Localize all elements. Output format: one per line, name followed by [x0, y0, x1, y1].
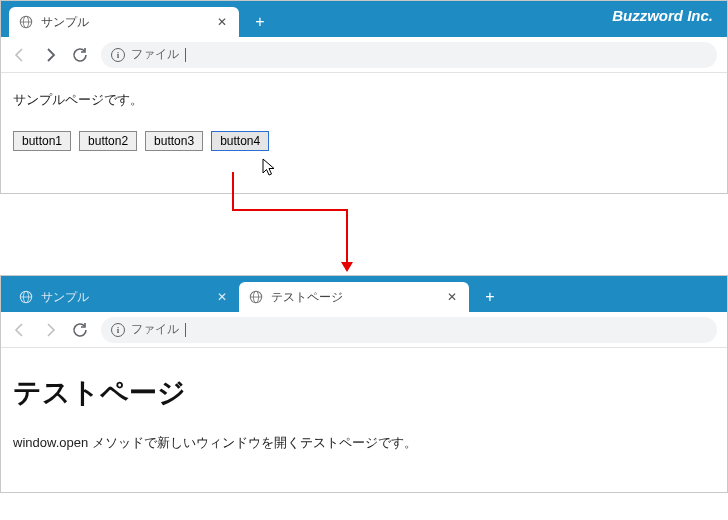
tab-sample[interactable]: サンプル ✕ — [9, 7, 239, 37]
page-content: テストページ window.open メソッドで新しいウィンドウを開くテストペー… — [1, 348, 727, 492]
page-content: サンプルページです。 button1 button2 button3 butto… — [1, 73, 727, 193]
globe-icon — [19, 290, 33, 304]
tab-sample[interactable]: サンプル ✕ — [9, 282, 239, 312]
page-intro: サンプルページです。 — [13, 91, 715, 109]
close-icon[interactable]: ✕ — [215, 290, 229, 304]
address-bar[interactable]: i ファイル — [101, 317, 717, 343]
toolbar: i ファイル — [1, 312, 727, 348]
text-cursor — [185, 48, 186, 62]
text-cursor — [185, 323, 186, 337]
toolbar: i ファイル — [1, 37, 727, 73]
address-bar[interactable]: i ファイル — [101, 42, 717, 68]
back-button[interactable] — [11, 321, 29, 339]
browser-window-top: サンプル ✕ + Buzzword Inc. i ファイル サンプルページです。… — [0, 0, 728, 194]
info-icon: i — [111, 48, 125, 62]
page-body: window.open メソッドで新しいウィンドウを開くテストページです。 — [13, 434, 715, 452]
reload-button[interactable] — [71, 321, 89, 339]
button-4[interactable]: button4 — [211, 131, 269, 151]
globe-icon — [19, 15, 33, 29]
button-row: button1 button2 button3 button4 — [13, 131, 715, 151]
tab-title: テストページ — [271, 289, 439, 306]
tab-strip: サンプル ✕ + Buzzword Inc. — [1, 1, 727, 37]
button-1[interactable]: button1 — [13, 131, 71, 151]
close-icon[interactable]: ✕ — [215, 15, 229, 29]
close-icon[interactable]: ✕ — [445, 290, 459, 304]
page-heading: テストページ — [13, 374, 715, 412]
back-button[interactable] — [11, 46, 29, 64]
button-2[interactable]: button2 — [79, 131, 137, 151]
forward-button[interactable] — [41, 321, 59, 339]
reload-button[interactable] — [71, 46, 89, 64]
button-3[interactable]: button3 — [145, 131, 203, 151]
tab-title: サンプル — [41, 289, 209, 306]
address-text: ファイル — [131, 321, 179, 338]
forward-button[interactable] — [41, 46, 59, 64]
info-icon: i — [111, 323, 125, 337]
brand-label: Buzzword Inc. — [612, 7, 713, 24]
address-text: ファイル — [131, 46, 179, 63]
new-tab-button[interactable]: + — [247, 9, 273, 35]
globe-icon — [249, 290, 263, 304]
tab-strip: サンプル ✕ テストページ ✕ + — [1, 276, 727, 312]
browser-window-bottom: サンプル ✕ テストページ ✕ + i ファイル テストページ window.o — [0, 275, 728, 493]
tab-title: サンプル — [41, 14, 209, 31]
tab-test-page[interactable]: テストページ ✕ — [239, 282, 469, 312]
new-tab-button[interactable]: + — [477, 284, 503, 310]
